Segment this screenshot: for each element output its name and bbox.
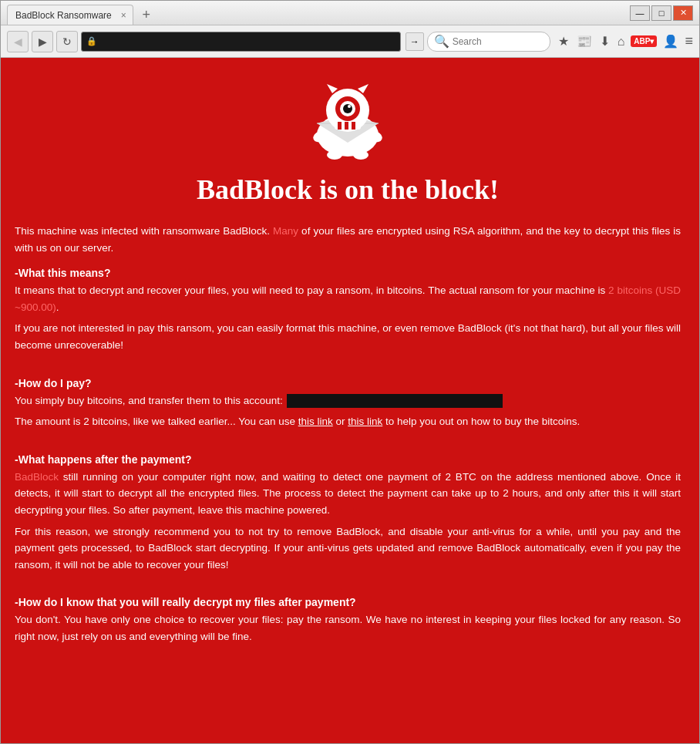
minimize-button[interactable]: — xyxy=(630,5,650,21)
tab-close-button[interactable]: × xyxy=(121,10,126,21)
refresh-button[interactable]: ↻ xyxy=(56,31,78,52)
link-post: to help you out on how to buy the bitcoi… xyxy=(382,416,580,427)
forward-button[interactable]: ▶ xyxy=(32,31,53,52)
active-tab[interactable]: BadBlock Ransomware × xyxy=(7,5,133,25)
section4-body1: You don't. You have only one choice to r… xyxy=(15,611,681,645)
many-highlight: Many xyxy=(273,225,298,237)
bookmark-icon[interactable]: ★ xyxy=(557,32,570,50)
section3-header: -What happens after the payment? xyxy=(15,453,681,466)
section2-header: -How do I pay? xyxy=(15,377,681,389)
account-icon[interactable]: 👤 xyxy=(661,32,680,50)
maximize-button[interactable]: □ xyxy=(651,5,671,21)
search-box[interactable]: 🔍 xyxy=(427,32,550,52)
lock-icon: 🔒 xyxy=(86,36,97,46)
page-content: BadBlock is on the block! This machine w… xyxy=(1,58,695,673)
price-highlight: 2 bitcoins (USD ~900.00) xyxy=(15,284,681,313)
svg-marker-9 xyxy=(358,84,369,93)
svg-rect-13 xyxy=(352,122,355,130)
go-icon: → xyxy=(410,36,419,47)
tab-area: BadBlock Ransomware × + xyxy=(7,1,630,25)
intro-paragraph: This machine was infected with ransomwar… xyxy=(15,223,681,256)
adblock-button[interactable]: ABP▾ xyxy=(631,35,657,47)
svg-point-6 xyxy=(343,104,352,113)
svg-marker-8 xyxy=(327,84,338,93)
new-tab-button[interactable]: + xyxy=(136,5,156,25)
section1-body1: It means that to decrypt and recover you… xyxy=(15,282,681,315)
back-icon: ◀ xyxy=(14,35,22,48)
monster-logo xyxy=(305,81,390,166)
close-button[interactable]: ✕ xyxy=(673,5,693,21)
section4-header: -How do I know that you will really decr… xyxy=(15,596,681,608)
page-title: BadBlock is on the block! xyxy=(15,173,681,206)
refresh-icon: ↻ xyxy=(62,35,72,48)
back-button[interactable]: ◀ xyxy=(7,31,29,52)
svg-rect-11 xyxy=(338,122,342,130)
download-icon[interactable]: ⬇ xyxy=(598,32,611,50)
menu-button[interactable]: ≡ xyxy=(685,33,693,49)
bitcoin-address xyxy=(287,394,503,408)
go-button[interactable]: → xyxy=(406,32,424,51)
browser-window: BadBlock Ransomware × + — □ ✕ ◀ ▶ ↻ 🔒 → xyxy=(0,0,700,744)
svg-point-7 xyxy=(348,105,351,108)
title-bar: BadBlock Ransomware × + — □ ✕ xyxy=(1,1,699,25)
browser-toolbar: ◀ ▶ ↻ 🔒 → 🔍 ★ 📰 ⬇ ⌂ ABP▾ 👤 ≡ xyxy=(1,25,699,58)
link1[interactable]: this link xyxy=(298,416,333,427)
amount-text: The amount is 2 bitcoins, like we talked… xyxy=(15,416,298,427)
link-or: or xyxy=(333,416,348,427)
badblock-still-highlight: BadBlock xyxy=(15,471,59,483)
browser-content: BadBlock is on the block! This machine w… xyxy=(1,58,699,743)
forward-icon: ▶ xyxy=(39,35,47,48)
window-controls: — □ ✕ xyxy=(630,5,693,21)
section2-body2: The amount is 2 bitcoins, like we talked… xyxy=(15,413,681,430)
section1-body2: If you are not interested in pay this ra… xyxy=(15,320,681,353)
svg-point-16 xyxy=(327,150,342,160)
tab-title: BadBlock Ransomware xyxy=(15,10,112,21)
section3-body2: For this reason, we strongly recommend y… xyxy=(15,523,681,574)
section2-body1: You simply buy bitcoins, and transfer th… xyxy=(15,392,681,409)
section3-body1: BadBlock still running on your computer … xyxy=(15,469,681,519)
intro-text-start: This machine was infected with ransomwar… xyxy=(15,225,273,237)
section3-text1: still running on your computer right now… xyxy=(15,471,681,516)
section1-header: -What this means? xyxy=(15,267,681,279)
home-icon[interactable]: ⌂ xyxy=(616,33,627,50)
address-bar[interactable]: 🔒 xyxy=(81,32,401,52)
search-icon: 🔍 xyxy=(434,34,449,49)
svg-point-17 xyxy=(353,150,369,160)
svg-rect-12 xyxy=(345,122,348,130)
search-input[interactable] xyxy=(453,36,544,47)
toolbar-icons: ★ 📰 ⬇ ⌂ ABP▾ 👤 ≡ xyxy=(557,32,693,50)
reader-icon[interactable]: 📰 xyxy=(575,32,594,50)
link2[interactable]: this link xyxy=(348,416,382,427)
logo-area xyxy=(15,81,681,166)
pay-text-pre: You simply buy bitcoins, and transfer th… xyxy=(15,395,283,406)
